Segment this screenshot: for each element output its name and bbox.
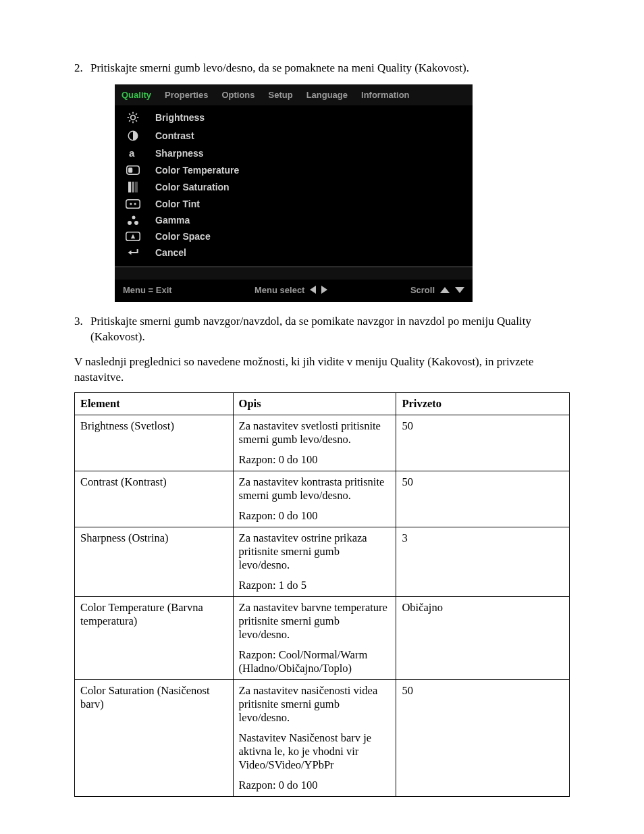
cell-element: Color Temperature (Barvna temperatura): [75, 596, 234, 679]
table-row: Contrast (Kontrast) Za nastavitev kontra…: [75, 471, 570, 527]
tab-information: Information: [354, 84, 417, 105]
cell-text: Za nastavitev kontrasta pritisnite smern…: [239, 475, 391, 502]
svg-point-18: [134, 203, 136, 205]
tab-quality: Quality: [115, 84, 158, 105]
cell-opis: Za nastavitev nasičenosti videa pritisni…: [233, 679, 396, 796]
osd-item-label: Color Tint: [155, 199, 464, 209]
step-2: 2. Pritiskajte smerni gumb levo/desno, d…: [74, 61, 570, 76]
cell-opis: Za nastavitev barvne temperature pritisn…: [233, 596, 396, 679]
osd-item-brightness: Brightness: [115, 108, 473, 127]
osd-item-label: Color Space: [155, 231, 464, 242]
cell-text: Za nastavitev svetlosti pritisnite smern…: [239, 419, 391, 446]
arrow-up-icon: [440, 287, 450, 293]
cell-text: Za nastavitev nasičenosti videa pritisni…: [239, 684, 391, 725]
osd-tabs: Quality Properties Options Setup Languag…: [115, 84, 473, 105]
cell-element: Sharpness (Ostrina): [75, 527, 234, 596]
table-row: Color Temperature (Barvna temperatura) Z…: [75, 596, 570, 679]
osd-item-label: Contrast: [155, 130, 464, 141]
osd-item-gamma: Gamma: [115, 212, 473, 228]
tab-options: Options: [215, 84, 261, 105]
tab-properties: Properties: [158, 84, 215, 105]
cell-opis: Za nastavitev svetlosti pritisnite smern…: [233, 415, 396, 471]
gamma-icon: [123, 215, 143, 226]
cell-privzeto: 3: [396, 527, 570, 596]
cell-privzeto: 50: [396, 679, 570, 796]
osd-items: Brightness Contrast a Sharpness Color Te…: [115, 105, 473, 265]
color-space-icon: [123, 231, 143, 242]
step-3: 3. Pritiskajte smerni gumb navzgor/navzd…: [74, 314, 570, 345]
svg-point-21: [134, 221, 138, 225]
table-row: Sharpness (Ostrina) Za nastavitev ostrin…: [75, 527, 570, 596]
table-header-row: Element Opis Privzeto: [75, 392, 570, 415]
contrast-icon: [123, 130, 143, 142]
svg-point-17: [130, 203, 132, 205]
cell-text: Nastavitev Nasičenost barv je aktivna le…: [239, 731, 391, 772]
svg-rect-13: [128, 182, 131, 192]
svg-rect-16: [126, 200, 140, 209]
svg-rect-12: [128, 167, 132, 173]
osd-item-label: Color Temperature: [155, 165, 464, 176]
menu-exit-label: Menu = Exit: [123, 285, 172, 295]
document-page: 2. Pritiskajte smerni gumb levo/desno, d…: [0, 0, 644, 834]
svg-point-0: [131, 115, 136, 120]
cell-text: Razpon: 0 do 100: [239, 453, 391, 467]
col-header-opis: Opis: [233, 392, 396, 415]
cell-privzeto: Običajno: [396, 596, 570, 679]
return-icon: [123, 248, 143, 257]
osd-footer: Menu = Exit Menu select Scroll: [115, 280, 473, 302]
svg-line-8: [136, 113, 137, 115]
osd-menu-figure: Quality Properties Options Setup Languag…: [115, 84, 473, 302]
cell-text: Za nastavitev ostrine prikaza pritisnite…: [239, 531, 391, 572]
arrow-left-icon: [310, 286, 316, 294]
svg-point-20: [132, 215, 136, 219]
osd-item-color-space: Color Space: [115, 228, 473, 244]
cell-element: Color Saturation (Nasičenost barv): [75, 679, 234, 796]
tab-language: Language: [300, 84, 354, 105]
svg-text:a: a: [129, 147, 135, 159]
cell-text: Razpon: 0 do 100: [239, 779, 391, 792]
tab-setup: Setup: [262, 84, 300, 105]
col-header-privzeto: Privzeto: [396, 392, 570, 415]
osd-item-color-tint: Color Tint: [115, 196, 473, 212]
cell-privzeto: 50: [396, 471, 570, 527]
osd-item-label: Gamma: [155, 215, 464, 226]
osd-item-cancel: Cancel: [115, 244, 473, 261]
osd-spacer: [115, 267, 473, 280]
cell-text: Za nastavitev barvne temperature pritisn…: [239, 601, 391, 642]
table-row: Color Saturation (Nasičenost barv) Za na…: [75, 679, 570, 796]
cell-text: Razpon: Cool/Normal/Warm (Hladno/Običajn…: [239, 648, 391, 675]
color-tint-icon: [123, 199, 143, 209]
osd-item-label: Sharpness: [155, 148, 464, 159]
arrow-down-icon: [455, 287, 464, 293]
osd-item-color-temperature: Color Temperature: [115, 162, 473, 178]
col-header-element: Element: [75, 392, 234, 415]
osd-item-label: Color Saturation: [155, 182, 464, 192]
brightness-icon: [123, 111, 143, 124]
cell-text: Razpon: 1 do 5: [239, 579, 391, 592]
osd-item-contrast: Contrast: [115, 127, 473, 145]
svg-rect-15: [135, 182, 138, 192]
cell-privzeto: 50: [396, 415, 570, 471]
svg-line-5: [129, 113, 130, 115]
osd-item-label: Brightness: [155, 112, 464, 123]
svg-line-6: [136, 120, 137, 122]
svg-rect-14: [132, 182, 134, 192]
color-saturation-icon: [123, 181, 143, 193]
step-number: 2.: [74, 61, 90, 76]
intro-paragraph: V naslednji preglednici so navedene možn…: [74, 355, 570, 386]
cell-opis: Za nastavitev ostrine prikaza pritisnite…: [233, 527, 396, 596]
cell-text: Razpon: 0 do 100: [239, 509, 391, 523]
scroll-label: Scroll: [410, 285, 435, 295]
osd-item-color-saturation: Color Saturation: [115, 178, 473, 196]
color-temperature-icon: [123, 165, 143, 176]
osd-item-label: Cancel: [155, 247, 464, 258]
osd-item-sharpness: a Sharpness: [115, 145, 473, 162]
menu-select-label: Menu select: [254, 285, 304, 295]
cell-opis: Za nastavitev kontrasta pritisnite smern…: [233, 471, 396, 527]
svg-line-7: [129, 120, 130, 122]
svg-point-19: [128, 221, 132, 225]
step-text: Pritiskajte smerni gumb levo/desno, da s…: [90, 61, 570, 76]
step-number: 3.: [74, 314, 90, 345]
cell-element: Contrast (Kontrast): [75, 471, 234, 527]
table-row: Brightness (Svetlost) Za nastavitev svet…: [75, 415, 570, 471]
